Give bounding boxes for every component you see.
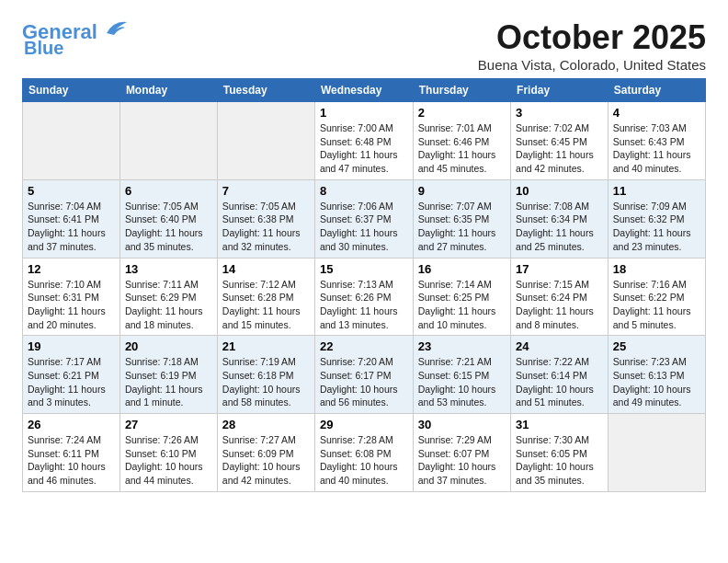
day-info: Sunrise: 7:29 AM Sunset: 6:07 PM Dayligh… xyxy=(418,433,506,488)
day-info: Sunrise: 7:13 AM Sunset: 6:26 PM Dayligh… xyxy=(320,278,408,332)
calendar-cell: 6Sunrise: 7:05 AM Sunset: 6:40 PM Daylig… xyxy=(119,179,217,258)
logo: General Blue xyxy=(22,22,129,57)
calendar-cell: 10Sunrise: 7:08 AM Sunset: 6:34 PM Dayli… xyxy=(511,179,609,258)
day-number: 1 xyxy=(320,106,408,120)
page-header: General Blue October 2025 Buena Vista, C… xyxy=(22,18,706,73)
day-info: Sunrise: 7:22 AM Sunset: 6:14 PM Dayligh… xyxy=(516,355,603,409)
day-number: 21 xyxy=(222,339,310,353)
day-info: Sunrise: 7:27 AM Sunset: 6:09 PM Dayligh… xyxy=(222,433,310,488)
day-number: 20 xyxy=(125,339,212,353)
day-number: 30 xyxy=(418,418,506,431)
day-number: 27 xyxy=(125,418,212,431)
weekday-header-row: SundayMondayTuesdayWednesdayThursdayFrid… xyxy=(23,79,706,102)
day-info: Sunrise: 7:06 AM Sunset: 6:37 PM Dayligh… xyxy=(320,200,408,254)
logo-blue-text: Blue xyxy=(24,39,63,57)
day-info: Sunrise: 7:01 AM Sunset: 6:46 PM Dayligh… xyxy=(418,121,506,176)
day-number: 9 xyxy=(418,184,506,198)
calendar-cell xyxy=(23,102,120,180)
calendar-cell: 8Sunrise: 7:06 AM Sunset: 6:37 PM Daylig… xyxy=(314,179,413,258)
day-info: Sunrise: 7:14 AM Sunset: 6:25 PM Dayligh… xyxy=(418,278,506,332)
day-info: Sunrise: 7:17 AM Sunset: 6:21 PM Dayligh… xyxy=(28,355,115,409)
calendar-week-row: 5Sunrise: 7:04 AM Sunset: 6:41 PM Daylig… xyxy=(23,179,706,258)
day-info: Sunrise: 7:03 AM Sunset: 6:43 PM Dayligh… xyxy=(613,121,700,176)
day-info: Sunrise: 7:09 AM Sunset: 6:32 PM Dayligh… xyxy=(613,200,700,254)
day-info: Sunrise: 7:15 AM Sunset: 6:24 PM Dayligh… xyxy=(516,278,603,332)
day-info: Sunrise: 7:05 AM Sunset: 6:38 PM Dayligh… xyxy=(222,200,310,254)
calendar-cell: 25Sunrise: 7:23 AM Sunset: 6:13 PM Dayli… xyxy=(608,336,705,414)
calendar-cell: 23Sunrise: 7:21 AM Sunset: 6:15 PM Dayli… xyxy=(413,336,510,414)
calendar-cell: 22Sunrise: 7:20 AM Sunset: 6:17 PM Dayli… xyxy=(314,336,413,414)
day-info: Sunrise: 7:07 AM Sunset: 6:35 PM Dayligh… xyxy=(418,200,506,254)
day-info: Sunrise: 7:23 AM Sunset: 6:13 PM Dayligh… xyxy=(613,355,700,409)
weekday-header: Friday xyxy=(511,79,609,102)
location-title: Buena Vista, Colorado, United States xyxy=(478,57,706,73)
calendar-cell: 3Sunrise: 7:02 AM Sunset: 6:45 PM Daylig… xyxy=(511,102,609,180)
day-number: 7 xyxy=(222,184,310,198)
day-info: Sunrise: 7:10 AM Sunset: 6:31 PM Dayligh… xyxy=(28,278,115,332)
day-number: 10 xyxy=(516,184,603,198)
calendar-cell: 19Sunrise: 7:17 AM Sunset: 6:21 PM Dayli… xyxy=(23,336,120,414)
day-number: 4 xyxy=(613,106,700,120)
calendar-cell: 20Sunrise: 7:18 AM Sunset: 6:19 PM Dayli… xyxy=(119,336,217,414)
weekday-header: Monday xyxy=(119,79,217,102)
day-number: 14 xyxy=(222,262,310,276)
calendar-cell: 30Sunrise: 7:29 AM Sunset: 6:07 PM Dayli… xyxy=(413,414,510,492)
calendar-cell: 28Sunrise: 7:27 AM Sunset: 6:09 PM Dayli… xyxy=(217,414,314,492)
day-info: Sunrise: 7:00 AM Sunset: 6:48 PM Dayligh… xyxy=(320,121,408,176)
calendar-cell: 1Sunrise: 7:00 AM Sunset: 6:48 PM Daylig… xyxy=(314,102,413,180)
calendar-cell: 21Sunrise: 7:19 AM Sunset: 6:18 PM Dayli… xyxy=(217,336,314,414)
weekday-header: Thursday xyxy=(413,79,510,102)
day-info: Sunrise: 7:11 AM Sunset: 6:29 PM Dayligh… xyxy=(125,278,212,332)
calendar-cell: 29Sunrise: 7:28 AM Sunset: 6:08 PM Dayli… xyxy=(314,414,413,492)
day-info: Sunrise: 7:19 AM Sunset: 6:18 PM Dayligh… xyxy=(222,355,310,409)
day-number: 2 xyxy=(418,106,506,120)
day-info: Sunrise: 7:21 AM Sunset: 6:15 PM Dayligh… xyxy=(418,355,506,409)
day-info: Sunrise: 7:30 AM Sunset: 6:05 PM Dayligh… xyxy=(516,433,603,488)
day-number: 6 xyxy=(125,184,212,198)
calendar-cell: 16Sunrise: 7:14 AM Sunset: 6:25 PM Dayli… xyxy=(413,258,510,336)
calendar-cell: 13Sunrise: 7:11 AM Sunset: 6:29 PM Dayli… xyxy=(119,258,217,336)
calendar-cell: 26Sunrise: 7:24 AM Sunset: 6:11 PM Dayli… xyxy=(23,414,120,492)
calendar-cell: 14Sunrise: 7:12 AM Sunset: 6:28 PM Dayli… xyxy=(217,258,314,336)
day-number: 8 xyxy=(320,184,408,198)
day-info: Sunrise: 7:16 AM Sunset: 6:22 PM Dayligh… xyxy=(613,278,700,332)
day-number: 13 xyxy=(125,262,212,276)
day-number: 3 xyxy=(516,106,603,120)
calendar-cell xyxy=(119,102,217,180)
calendar-week-row: 26Sunrise: 7:24 AM Sunset: 6:11 PM Dayli… xyxy=(23,414,706,492)
day-info: Sunrise: 7:28 AM Sunset: 6:08 PM Dayligh… xyxy=(320,433,408,488)
calendar-cell: 24Sunrise: 7:22 AM Sunset: 6:14 PM Dayli… xyxy=(511,336,609,414)
calendar-cell: 7Sunrise: 7:05 AM Sunset: 6:38 PM Daylig… xyxy=(217,179,314,258)
day-info: Sunrise: 7:05 AM Sunset: 6:40 PM Dayligh… xyxy=(125,200,212,254)
calendar-cell xyxy=(217,102,314,180)
calendar-table: SundayMondayTuesdayWednesdayThursdayFrid… xyxy=(22,78,706,492)
day-number: 29 xyxy=(320,418,408,431)
weekday-header: Sunday xyxy=(23,79,120,102)
day-info: Sunrise: 7:04 AM Sunset: 6:41 PM Dayligh… xyxy=(28,200,115,254)
day-number: 18 xyxy=(613,262,700,276)
day-number: 26 xyxy=(28,418,115,431)
calendar-cell: 4Sunrise: 7:03 AM Sunset: 6:43 PM Daylig… xyxy=(608,102,705,180)
day-number: 19 xyxy=(28,339,115,353)
calendar-cell: 18Sunrise: 7:16 AM Sunset: 6:22 PM Dayli… xyxy=(608,258,705,336)
logo-bird-icon xyxy=(99,18,129,39)
day-info: Sunrise: 7:08 AM Sunset: 6:34 PM Dayligh… xyxy=(516,200,603,254)
weekday-header: Wednesday xyxy=(314,79,413,102)
calendar-cell: 15Sunrise: 7:13 AM Sunset: 6:26 PM Dayli… xyxy=(314,258,413,336)
day-number: 31 xyxy=(516,418,603,431)
day-info: Sunrise: 7:02 AM Sunset: 6:45 PM Dayligh… xyxy=(516,121,603,176)
day-number: 24 xyxy=(516,339,603,353)
calendar-week-row: 19Sunrise: 7:17 AM Sunset: 6:21 PM Dayli… xyxy=(23,336,706,414)
day-info: Sunrise: 7:26 AM Sunset: 6:10 PM Dayligh… xyxy=(125,433,212,488)
day-info: Sunrise: 7:24 AM Sunset: 6:11 PM Dayligh… xyxy=(28,433,115,488)
calendar-cell: 17Sunrise: 7:15 AM Sunset: 6:24 PM Dayli… xyxy=(511,258,609,336)
day-number: 23 xyxy=(418,339,506,353)
calendar-cell: 2Sunrise: 7:01 AM Sunset: 6:46 PM Daylig… xyxy=(413,102,510,180)
calendar-cell: 11Sunrise: 7:09 AM Sunset: 6:32 PM Dayli… xyxy=(608,179,705,258)
month-title: October 2025 xyxy=(478,18,706,57)
day-number: 22 xyxy=(320,339,408,353)
day-number: 12 xyxy=(28,262,115,276)
weekday-header: Saturday xyxy=(608,79,705,102)
calendar-cell: 12Sunrise: 7:10 AM Sunset: 6:31 PM Dayli… xyxy=(23,258,120,336)
weekday-header: Tuesday xyxy=(217,79,314,102)
